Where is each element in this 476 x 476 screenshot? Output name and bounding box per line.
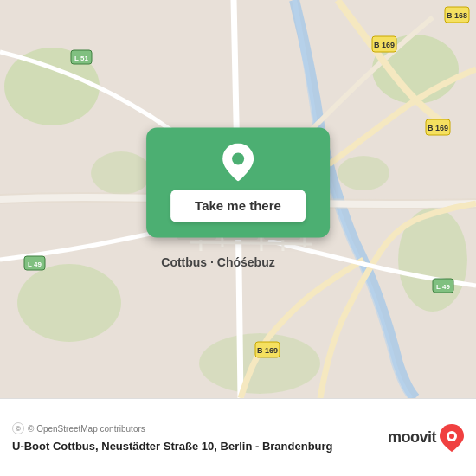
location-title: U-Boot Cottbus, Neustädter Straße 10, Be…: [12, 440, 379, 453]
svg-point-43: [449, 434, 454, 439]
svg-point-41: [232, 152, 244, 164]
osm-attribution: © © OpenStreetMap contributors: [12, 422, 379, 434]
svg-text:L 49: L 49: [436, 283, 450, 291]
svg-point-7: [338, 156, 389, 190]
svg-text:B 168: B 168: [447, 11, 467, 20]
green-card: Take me there: [146, 127, 330, 237]
svg-text:Cottbus · Chóśebuz: Cottbus · Chóśebuz: [161, 255, 274, 269]
moovit-brand-text: moovit: [388, 428, 436, 447]
svg-text:B 169: B 169: [374, 41, 395, 49]
svg-text:L 51: L 51: [74, 55, 88, 62]
location-pin-icon: [222, 143, 254, 181]
bottom-left: © © OpenStreetMap contributors U-Boot Co…: [12, 422, 379, 453]
svg-text:L 49: L 49: [28, 261, 42, 268]
svg-line-11: [190, 242, 312, 244]
attribution-text: © OpenStreetMap contributors: [28, 424, 145, 434]
button-overlay: Take me there: [146, 127, 330, 237]
moovit-logo: moovit: [388, 424, 464, 452]
map-container[interactable]: B 168 B 169 B 169 B 169 L 51 L 49 L 49 C…: [0, 0, 476, 398]
svg-text:B 169: B 169: [257, 346, 278, 355]
svg-point-6: [91, 151, 151, 195]
svg-point-4: [17, 264, 121, 342]
moovit-pin-icon: [440, 424, 464, 452]
osm-circle-icon: ©: [12, 422, 24, 434]
svg-text:B 169: B 169: [428, 124, 448, 132]
bottom-bar: © © OpenStreetMap contributors U-Boot Co…: [0, 398, 476, 476]
take-me-there-button[interactable]: Take me there: [170, 190, 306, 222]
